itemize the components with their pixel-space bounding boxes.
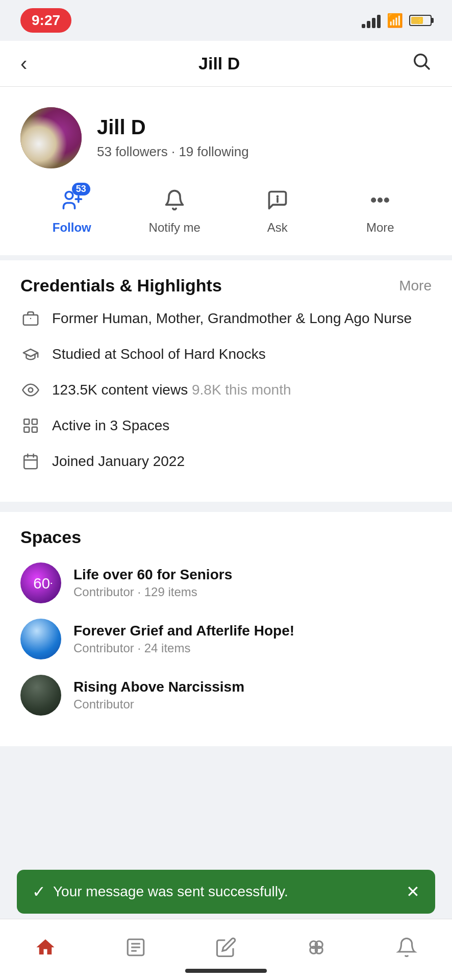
action-buttons: 53 Follow Notify me Ask xyxy=(20,184,432,240)
space-sub-1: Contributor · 129 items xyxy=(73,585,432,599)
compose-icon xyxy=(215,937,237,958)
search-icon xyxy=(411,51,432,71)
space-name-3: Rising Above Narcissism xyxy=(73,679,432,695)
wifi-icon: 📶 xyxy=(387,13,403,29)
toast-message: Your message was sent successfully. xyxy=(53,884,288,900)
svg-point-0 xyxy=(415,55,426,66)
credential-views: 123.5K content views 9.8K this month xyxy=(20,379,432,403)
profile-section: Jill D 53 followers · 19 following 53 Fo… xyxy=(0,87,452,255)
status-bar: 9:27 📶 ⚡ xyxy=(0,0,452,41)
credentials-section: Credentials & Highlights More Former Hum… xyxy=(0,260,452,502)
svg-point-6 xyxy=(372,199,375,202)
nav-notifications[interactable] xyxy=(396,937,417,958)
profile-stats: 53 followers · 19 following xyxy=(97,144,432,160)
nav-answers[interactable] xyxy=(125,937,146,958)
svg-rect-14 xyxy=(24,427,29,432)
space-sub-3: Contributor xyxy=(73,697,432,712)
credential-joined-text: Joined January 2022 xyxy=(52,451,432,472)
nav-spaces[interactable] xyxy=(306,937,327,958)
svg-rect-12 xyxy=(24,419,29,424)
credentials-more-button[interactable]: More xyxy=(399,278,432,294)
more-icon xyxy=(369,189,391,216)
header-nav: ‹ Jill D xyxy=(0,41,452,87)
eye-icon xyxy=(20,381,41,403)
nav-home[interactable] xyxy=(35,937,56,958)
credential-work: Former Human, Mother, Grandmother & Long… xyxy=(20,308,432,331)
credential-views-text: 123.5K content views 9.8K this month xyxy=(52,379,432,401)
avatar xyxy=(20,107,82,168)
back-button[interactable]: ‹ xyxy=(20,52,27,75)
profile-top: Jill D 53 followers · 19 following xyxy=(20,107,432,168)
page-title: Jill D xyxy=(198,54,240,74)
space-item-3[interactable]: Rising Above Narcissism Contributor xyxy=(20,675,432,716)
profile-name: Jill D xyxy=(97,116,432,139)
space-item-1[interactable]: 60+ Life over 60 for Seniors Contributor… xyxy=(20,562,432,603)
spaces-icon xyxy=(20,417,41,438)
space-name-2: Forever Grief and Afterlife Hope! xyxy=(73,623,432,639)
follow-label: Follow xyxy=(53,220,91,235)
notifications-icon xyxy=(396,937,417,958)
credential-education: Studied at School of Hard Knocks xyxy=(20,344,432,367)
svg-rect-16 xyxy=(24,456,37,469)
space-avatar-2 xyxy=(20,619,61,659)
space-info-3: Rising Above Narcissism Contributor xyxy=(73,679,432,712)
status-time: 9:27 xyxy=(20,8,71,33)
toast-check-icon: ✓ xyxy=(32,882,46,901)
credentials-header: Credentials & Highlights More xyxy=(20,276,432,296)
space-info-2: Forever Grief and Afterlife Hope! Contri… xyxy=(73,623,432,655)
briefcase-icon xyxy=(20,310,41,331)
credentials-title: Credentials & Highlights xyxy=(20,276,222,296)
spaces-nav-icon xyxy=(306,937,327,958)
nav-compose[interactable] xyxy=(215,937,237,958)
svg-text:60+: 60+ xyxy=(33,575,52,592)
space-info-1: Life over 60 for Seniors Contributor · 1… xyxy=(73,567,432,599)
spaces-title: Spaces xyxy=(20,527,432,547)
credential-joined: Joined January 2022 xyxy=(20,451,432,474)
section-divider-2 xyxy=(0,502,452,507)
svg-rect-13 xyxy=(32,419,37,424)
space-avatar-3 xyxy=(20,675,61,716)
credential-education-text: Studied at School of Hard Knocks xyxy=(52,344,432,365)
svg-point-7 xyxy=(379,199,382,202)
credential-spaces: Active in 3 Spaces xyxy=(20,415,432,438)
toast-notification: ✓ Your message was sent successfully. ✕ xyxy=(17,870,435,914)
answers-icon xyxy=(125,937,146,958)
space-sub-2: Contributor · 24 items xyxy=(73,641,432,655)
signal-icon xyxy=(362,13,381,28)
ask-label: Ask xyxy=(267,220,288,235)
notify-label: Notify me xyxy=(149,220,200,235)
more-label: More xyxy=(366,220,394,235)
svg-point-8 xyxy=(385,199,388,202)
toast-close-button[interactable]: ✕ xyxy=(406,882,420,901)
ask-button[interactable]: Ask xyxy=(242,189,313,235)
follow-button[interactable]: 53 Follow xyxy=(36,189,108,235)
section-divider xyxy=(0,255,452,260)
space-name-1: Life over 60 for Seniors xyxy=(73,567,432,583)
follow-badge: 53 xyxy=(72,183,90,195)
spaces-section: Spaces 60+ Life over 60 for Seniors Cont… xyxy=(0,512,452,746)
credential-spaces-text: Active in 3 Spaces xyxy=(52,415,432,436)
space-item-2[interactable]: Forever Grief and Afterlife Hope! Contri… xyxy=(20,619,432,659)
notify-icon xyxy=(163,189,186,216)
status-icons: 📶 ⚡ xyxy=(362,13,432,29)
notify-button[interactable]: Notify me xyxy=(139,189,210,235)
svg-point-11 xyxy=(29,388,33,393)
svg-rect-9 xyxy=(23,315,38,325)
graduation-icon xyxy=(20,346,41,367)
credential-work-text: Former Human, Mother, Grandmother & Long… xyxy=(52,308,432,329)
svg-line-1 xyxy=(425,65,429,69)
profile-info: Jill D 53 followers · 19 following xyxy=(97,116,432,160)
more-button[interactable]: More xyxy=(344,189,416,235)
ask-icon xyxy=(266,189,289,216)
search-button[interactable] xyxy=(411,51,432,76)
home-icon xyxy=(35,937,56,958)
calendar-icon xyxy=(20,453,41,474)
battery-icon: ⚡ xyxy=(409,15,432,26)
follow-icon: 53 xyxy=(61,189,83,216)
svg-rect-15 xyxy=(32,427,37,432)
space-avatar-1: 60+ xyxy=(20,562,61,603)
home-indicator xyxy=(185,969,267,973)
svg-point-2 xyxy=(65,192,73,200)
